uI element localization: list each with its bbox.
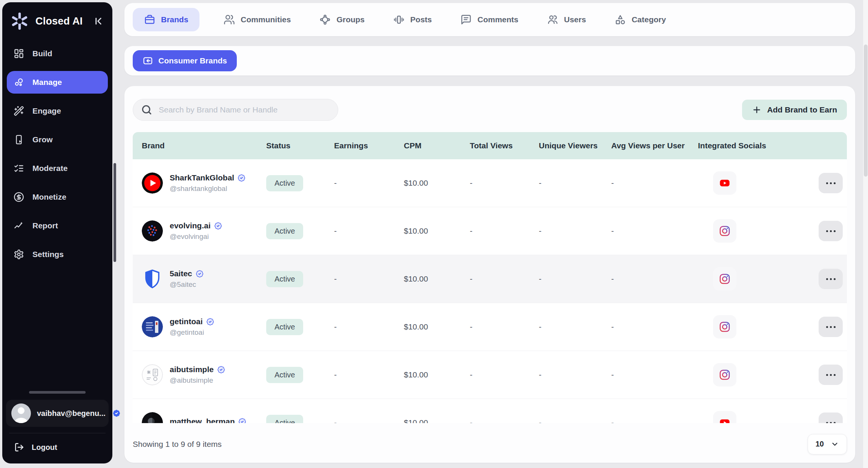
cpm-cell: $10.00	[395, 274, 461, 283]
sidebar-item-label: Build	[32, 49, 52, 58]
chevron-down-icon	[831, 440, 839, 448]
youtube-icon[interactable]	[713, 411, 736, 423]
sidebar-header: Closed AI	[2, 2, 112, 37]
closed-ai-logo-icon	[10, 11, 29, 31]
row-actions-button[interactable]	[819, 269, 843, 289]
sidebar-item-manage[interactable]: Manage	[7, 71, 108, 94]
tab-category[interactable]: Category	[610, 8, 670, 31]
collapse-sidebar-icon[interactable]	[93, 15, 104, 27]
table-footer: Showing 1 to 9 of 9 items 10	[124, 425, 855, 463]
cpm-cell: $10.00	[395, 226, 461, 236]
actions-cell	[802, 365, 847, 385]
sidebar-item-monetize[interactable]: Monetize	[7, 186, 108, 208]
communities-icon	[224, 14, 235, 25]
settings-icon	[14, 249, 24, 260]
cpm-cell: $10.00	[395, 370, 461, 379]
logout-button[interactable]: Logout	[6, 433, 109, 459]
actions-cell	[802, 413, 847, 423]
brand-handle: @5aitec	[170, 280, 204, 289]
showing-text: Showing 1 to 9 of 9 items	[133, 440, 222, 449]
instagram-icon[interactable]	[713, 267, 736, 291]
table-row: SharkTankGlobal@sharktankglobalActive-$1…	[133, 159, 847, 207]
brand-name: aibutsimple	[170, 365, 214, 374]
avg-views-cell: -	[602, 418, 689, 423]
tab-posts[interactable]: Posts	[389, 8, 436, 31]
tab-communities[interactable]: Communities	[219, 8, 295, 31]
earnings-cell: -	[325, 274, 395, 283]
tab-users[interactable]: Users	[543, 8, 590, 31]
page-size-select[interactable]: 10	[808, 434, 847, 454]
sidebar-item-engage[interactable]: Engage	[7, 100, 108, 122]
sidebar-scrollbar[interactable]	[113, 163, 116, 262]
sidebar-item-grow[interactable]: Grow	[7, 128, 108, 151]
row-actions-button[interactable]	[819, 413, 843, 423]
monetize-icon	[14, 192, 24, 202]
verified-badge-icon	[196, 270, 204, 278]
brand-handle: @aibutsimple	[170, 376, 225, 385]
add-brand-button[interactable]: Add Brand to Earn	[742, 100, 847, 120]
tab-label: Brands	[161, 15, 188, 24]
status-badge: Active	[266, 175, 303, 191]
row-actions-button[interactable]	[819, 317, 843, 337]
brand-handle: @evolvingai	[170, 232, 222, 241]
sidebar-item-report[interactable]: Report	[7, 214, 108, 237]
brand-avatar	[142, 412, 163, 423]
table-rows: SharkTankGlobal@sharktankglobalActive-$1…	[133, 159, 847, 423]
groups-icon	[319, 14, 331, 25]
row-actions-button[interactable]	[819, 221, 843, 241]
sidebar-item-settings[interactable]: Settings	[7, 243, 108, 266]
search-bar[interactable]	[133, 99, 338, 121]
sidebar-resize-handle[interactable]	[29, 391, 86, 394]
brand-cell[interactable]: matthew_berman	[133, 412, 257, 423]
socials-cell	[689, 363, 802, 386]
brand-cell[interactable]: SharkTankGlobal@sharktankglobal	[133, 172, 257, 194]
search-input[interactable]	[159, 105, 334, 114]
comments-icon	[460, 14, 472, 25]
sidebar-item-label: Engage	[32, 106, 61, 115]
sidebar-item-build[interactable]: Build	[7, 42, 108, 65]
page-scrollbar-thumb[interactable]	[864, 45, 868, 177]
consumer-brands-button[interactable]: Consumer Brands	[133, 50, 237, 71]
tab-label: Category	[632, 15, 666, 24]
verified-badge-icon	[217, 366, 225, 374]
row-actions-button[interactable]	[819, 365, 843, 385]
unique-viewers-cell: -	[530, 322, 602, 331]
actions-cell	[802, 173, 847, 193]
search-icon	[141, 104, 153, 116]
page-scrollbar[interactable]	[863, 0, 868, 468]
report-icon	[14, 220, 24, 231]
socials-cell	[689, 267, 802, 291]
brand-cell[interactable]: evolving.ai@evolvingai	[133, 220, 257, 242]
instagram-icon[interactable]	[713, 363, 736, 386]
total-views-cell: -	[461, 274, 530, 283]
status-badge: Active	[266, 319, 303, 335]
column-header: Brand	[133, 141, 257, 150]
column-header: CPM	[395, 141, 461, 150]
youtube-icon[interactable]	[713, 171, 736, 195]
tab-comments[interactable]: Comments	[456, 8, 523, 31]
brand-cell[interactable]: aibutsimple@aibutsimple	[133, 364, 257, 385]
brand-name: evolving.ai	[170, 221, 211, 230]
brand-avatar	[142, 268, 163, 289]
cpm-cell: $10.00	[395, 322, 461, 331]
tab-groups[interactable]: Groups	[315, 8, 369, 31]
user-card[interactable]: vaibhav@begenu...	[6, 400, 109, 427]
status-cell: Active	[257, 415, 325, 423]
brand-cell[interactable]: getintoai@getintoai	[133, 316, 257, 337]
column-header: Integrated Socials	[689, 141, 802, 150]
logout-label: Logout	[32, 443, 57, 452]
sidebar-item-moderate[interactable]: Moderate	[7, 157, 108, 180]
tab-label: Comments	[477, 15, 518, 24]
verified-badge-icon	[238, 174, 245, 182]
table-header: BrandStatusEarningsCPMTotal ViewsUnique …	[133, 132, 847, 159]
row-actions-button[interactable]	[819, 173, 843, 193]
brand-cell[interactable]: 5aitec@5aitec	[133, 268, 257, 289]
table-row: aibutsimple@aibutsimpleActive-$10.00---	[133, 351, 847, 399]
instagram-icon[interactable]	[713, 315, 736, 339]
tab-label: Communities	[241, 15, 291, 24]
tab-brands[interactable]: Brands	[133, 8, 199, 31]
unique-viewers-cell: -	[530, 179, 602, 188]
column-header: Avg Views per User	[602, 141, 689, 150]
logout-icon	[14, 442, 24, 452]
instagram-icon[interactable]	[713, 219, 736, 243]
